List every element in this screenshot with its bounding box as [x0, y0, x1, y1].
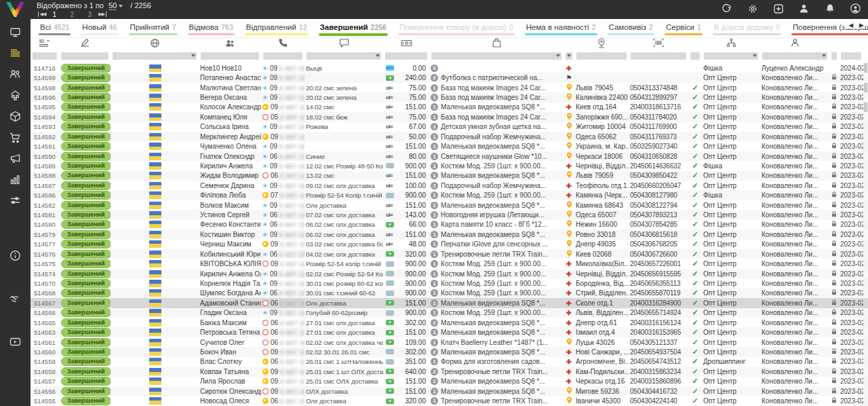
tab-Повернення товару (в дорозі)[interactable]: Повернення товару (в дорозі) 0 — [398, 19, 515, 37]
tab-Прийнятий[interactable]: Прийнятий 7 — [129, 19, 178, 37]
page-size-dropdown[interactable]: 50 — [108, 1, 117, 10]
table-row[interactable]: 514561 Завершений Сучилов Олег 063 467 1… — [31, 337, 868, 347]
filter-payment[interactable] — [385, 52, 427, 60]
table-row[interactable]: 514591 Завершений Чумаченко Олена ✳093 4… — [31, 141, 868, 151]
first-page-button[interactable]: ◀◀ — [37, 12, 45, 17]
settings-icon[interactable] — [747, 3, 758, 14]
filter-status[interactable] — [61, 52, 108, 60]
sidebar-item-marketing[interactable] — [0, 151, 31, 168]
filter-lock[interactable] — [831, 52, 837, 60]
column-header-products[interactable] — [429, 37, 564, 51]
page-button-1[interactable]: 1 — [45, 11, 63, 18]
profile-icon[interactable] — [798, 3, 810, 14]
column-header-payment[interactable] — [383, 37, 429, 51]
table-row[interactable]: 514559 Завершений Влас Слотюу 063 467 19… — [31, 357, 868, 367]
app-logo-icon[interactable] — [6, 2, 24, 17]
sidebar-item-info[interactable] — [0, 248, 31, 265]
column-header-source[interactable] — [702, 37, 760, 51]
column-header-id[interactable]: ID — [31, 37, 59, 51]
sidebar-item-video-guides[interactable] — [0, 334, 31, 352]
tab-Всі[interactable]: Всі 4521 — [39, 19, 71, 37]
table-row[interactable]: 514594 Завершений Компанец Юля 053 467 1… — [31, 112, 868, 122]
column-header-manager[interactable] — [760, 37, 829, 51]
tab-Завершений[interactable]: Завершений 2256 — [319, 19, 388, 37]
table-row[interactable]: 514556 Завершений Сиротюк Олександр 093 … — [31, 386, 868, 396]
table-row[interactable]: 514598 Завершений Малютина Светлана ✳093… — [31, 83, 868, 92]
table-row[interactable]: 514575 Завершений КВІТОВСЬКА ЮЛІЯ 093 46… — [31, 259, 868, 268]
table-row[interactable]: 514557 Завершений Лила Ярослав 093 467 1… — [31, 377, 868, 386]
tabs-scroll-left-icon[interactable]: ◀ — [848, 22, 853, 29]
sidebar-item-analytics[interactable] — [0, 172, 31, 189]
column-header-check[interactable] — [688, 37, 702, 51]
sidebar-item-company[interactable] — [0, 88, 31, 105]
tabs-scroll-right-icon[interactable]: ▶ — [859, 22, 864, 29]
tab-Нема в наявності[interactable]: Нема в наявності 2 — [525, 19, 597, 37]
table-row[interactable]: 514716 Завершений Нов10 Нов10 ✳093 467 1… — [31, 63, 868, 73]
table-row[interactable]: 514574 Завершений Кирилич Анжела Ол... ✳… — [31, 269, 868, 278]
tab-Самовивіз[interactable]: Самовивіз 2 — [608, 19, 654, 37]
sidebar-item-products[interactable] — [0, 109, 31, 126]
sidebar-item-automation[interactable] — [0, 193, 31, 210]
refresh-icon[interactable] — [721, 3, 732, 14]
column-header-ttn[interactable] — [629, 37, 688, 51]
table-row[interactable]: 514596 Завершений Вегера Оксана ✳093 467… — [31, 92, 868, 102]
notifications-icon[interactable] — [824, 3, 835, 14]
filter-ttn[interactable] — [631, 52, 686, 60]
table-row[interactable]: 514587 Завершений Семенюк Дарина ✳093 46… — [31, 181, 868, 190]
table-row[interactable]: 514586 Завершений Філіпова Люба 073 467 … — [31, 190, 868, 200]
table-row[interactable]: 514563 Завершений Петровська Тетяна 063 … — [31, 327, 868, 337]
table-row[interactable]: 514590 Завершений Гнатюк Олексндр ✳063 4… — [31, 151, 868, 161]
tab-Сервіси[interactable]: Сервіси 1 — [665, 19, 703, 37]
column-header-city[interactable] — [574, 37, 629, 51]
table-row[interactable]: 514592 Завершений Мерклингер Андрей 093 … — [31, 132, 868, 141]
filter-city[interactable] — [576, 52, 627, 60]
filter-delivery[interactable] — [566, 52, 572, 60]
filter-customer[interactable] — [201, 52, 259, 60]
page-button-3[interactable]: 3 — [81, 11, 98, 18]
tab-Відправлений[interactable]: Відправлений 12 — [245, 19, 309, 37]
table-row[interactable]: 514580 Завершений Фесенко Константин ✳06… — [31, 220, 868, 229]
column-header-phone[interactable] — [261, 37, 304, 51]
filter-source[interactable] — [704, 52, 758, 60]
table-row[interactable]: 514599 Завершений Потапенко Анастас... ✳… — [31, 73, 868, 82]
table-row[interactable]: 514579 Завершений Костишин Виктор ✳093 4… — [31, 229, 868, 239]
table-row[interactable]: 514570 Завершений Корнелюк Надія Та... ✳… — [31, 278, 868, 288]
column-header-date[interactable] — [839, 37, 863, 51]
table-row[interactable]: 514589 Завершений Кирилич Анжела ✳093 46… — [31, 161, 868, 170]
table-row[interactable]: 514576 Завершений Кобилинський Юрий ✳063… — [31, 249, 868, 259]
filter-country[interactable] — [113, 52, 197, 60]
sidebar-item-orders[interactable] — [0, 45, 31, 63]
page-button-2[interactable]: 2 — [63, 11, 81, 18]
sidebar-item-partners[interactable] — [0, 292, 31, 310]
table-row[interactable]: 514593 Завершений Сольська Ірина ✳093 46… — [31, 122, 868, 132]
table-row[interactable]: 514595 Завершений Колосок Александр 093 … — [31, 103, 868, 112]
table-row[interactable]: 514568 Завершений Шумляс Богдана Ан... ✳… — [31, 289, 868, 298]
table-row[interactable]: 514567 Завершений Адамовский Станис... 0… — [31, 298, 868, 308]
filter-check[interactable] — [690, 52, 700, 60]
sidebar-item-dashboard[interactable] — [0, 24, 31, 42]
filter-comment[interactable] — [307, 52, 381, 60]
table-row[interactable]: 514565 Завершений Баюка Максим 063 467 1… — [31, 318, 868, 327]
column-header-country[interactable] — [111, 37, 199, 51]
tab-Новый[interactable]: Новый 46 — [81, 19, 118, 37]
table-row[interactable]: 514566 Завершений Гладик Оксана ✳093 467… — [31, 308, 868, 318]
table-row[interactable]: 514577 Завершений Черниш Максим 093 467 … — [31, 240, 868, 249]
column-header-lock[interactable] — [829, 37, 839, 51]
add-new-icon[interactable] — [772, 3, 784, 14]
tab-Відмова[interactable]: Відмова 763 — [188, 19, 235, 37]
column-header-delivery[interactable] — [564, 37, 574, 51]
table-row[interactable]: 514560 Завершений Бокоч Иван 093 467 198… — [31, 347, 868, 356]
table-row[interactable]: 514582 Завершений Волков Максим ✳093 467… — [31, 200, 868, 210]
filter-products[interactable] — [431, 52, 561, 60]
tab-В дорозі додому[interactable]: В дорозі додому 0 — [713, 19, 781, 37]
sidebar-item-customers[interactable] — [0, 67, 31, 84]
filter-id[interactable] — [33, 52, 57, 60]
table-row[interactable]: 514555 Завершений Новосад Олеся 063 467 … — [31, 396, 868, 405]
support-icon[interactable] — [850, 3, 861, 14]
filter-manager[interactable] — [762, 52, 827, 60]
column-header-customer[interactable] — [199, 37, 261, 51]
column-header-comment[interactable] — [304, 37, 383, 51]
table-row[interactable]: 514581 Завершений Устинов Сергей ✳063 46… — [31, 210, 868, 219]
last-page-button[interactable]: ▶▶ — [98, 12, 107, 17]
table-row[interactable]: 514558 Завершений Ковпак Татьяна 093 467… — [31, 367, 868, 376]
